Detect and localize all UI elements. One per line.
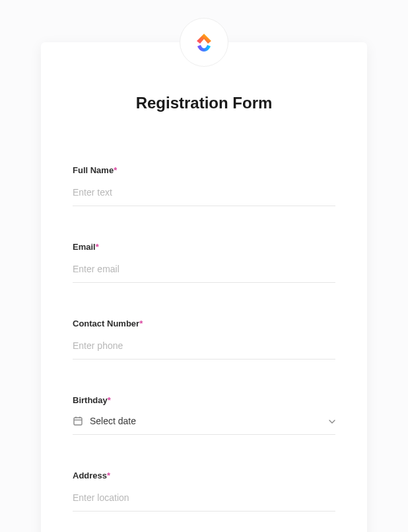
field-address: Address* [73,471,335,512]
field-contact-number: Contact Number* [73,319,335,360]
birthday-label: Birthday* [73,395,335,405]
svg-rect-0 [74,418,82,425]
registration-card: Registration Form Full Name* Email* Cont… [41,42,367,532]
required-mark: * [139,319,143,328]
field-email: Email* [73,242,335,283]
logo-badge [180,18,228,67]
required-mark: * [108,395,111,405]
birthday-placeholder: Select date [90,416,329,426]
address-label: Address* [73,471,335,480]
required-mark: * [107,471,110,480]
contact-number-input[interactable] [73,336,335,360]
required-mark: * [114,165,117,175]
field-birthday: Birthday* Select date [73,395,335,435]
birthday-picker[interactable]: Select date [73,413,335,435]
full-name-input[interactable] [73,183,335,206]
address-input[interactable] [73,488,335,512]
clickup-logo-icon [192,30,216,54]
page-title: Registration Form [73,94,335,112]
required-mark: * [96,242,99,252]
email-label: Email* [73,242,335,252]
full-name-label: Full Name* [73,165,335,175]
calendar-icon [73,416,83,426]
email-input[interactable] [73,260,335,283]
chevron-down-icon [329,418,335,425]
contact-number-label: Contact Number* [73,319,335,328]
field-full-name: Full Name* [73,165,335,206]
